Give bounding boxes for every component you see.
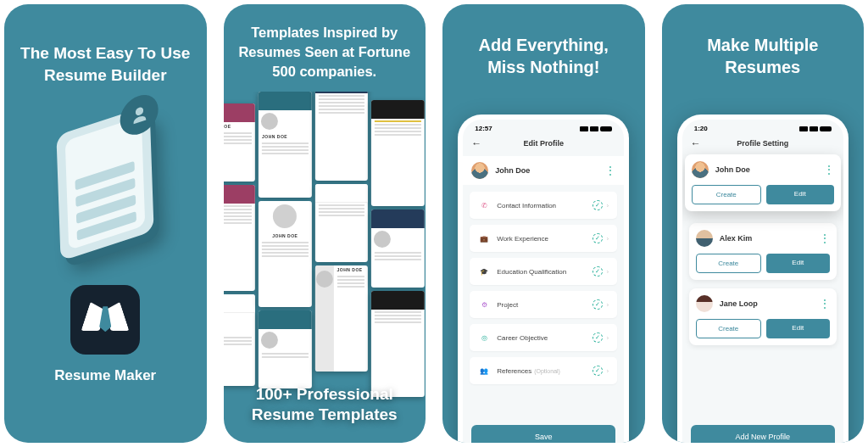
phone-mock-profiles: 1:20 ← Profile Setting John Doe ⋮ Create… bbox=[677, 115, 849, 443]
section-contact[interactable]: ✆Contact Information✓› bbox=[470, 192, 617, 219]
profile-card-active[interactable]: John Doe ⋮ Create Edit bbox=[685, 154, 841, 211]
section-list: ✆Contact Information✓› 💼Work Experience✓… bbox=[463, 192, 624, 420]
wifi-icon bbox=[810, 126, 818, 131]
create-button[interactable]: Create bbox=[696, 319, 761, 338]
check-icon: ✓ bbox=[593, 266, 603, 277]
signal-icon bbox=[580, 126, 588, 131]
edit-button[interactable]: Edit bbox=[766, 185, 834, 204]
wifi-icon bbox=[590, 126, 598, 131]
profile-row[interactable]: John Doe ⋮ bbox=[463, 156, 624, 185]
panel3-headline: Add Everything, Miss Nothing! bbox=[479, 34, 609, 78]
chevron-icon: › bbox=[607, 301, 609, 309]
panel4-headline: Make Multiple Resumes bbox=[707, 34, 818, 78]
app-header: ← Profile Setting bbox=[682, 134, 843, 156]
status-time: 12:57 bbox=[475, 125, 492, 132]
edit-button[interactable]: Edit bbox=[766, 254, 830, 273]
chevron-icon: › bbox=[607, 202, 609, 210]
app-name: Resume Maker bbox=[54, 367, 156, 384]
chevron-icon: › bbox=[607, 235, 609, 243]
phone-illustration bbox=[42, 111, 169, 255]
edit-button[interactable]: Edit bbox=[766, 319, 830, 338]
section-project[interactable]: ⚙Project✓› bbox=[470, 291, 617, 318]
chevron-icon: › bbox=[607, 268, 609, 276]
section-education[interactable]: 🎓Education Qualification✓› bbox=[470, 258, 617, 285]
battery-icon bbox=[820, 126, 832, 131]
promo-panel-4: Make Multiple Resumes 1:20 ← Profile Set… bbox=[662, 4, 865, 443]
check-icon: ✓ bbox=[593, 233, 603, 243]
profile-name: Jane Loop bbox=[720, 299, 820, 308]
panel2-headline: Templates Inspired by Resumes Seen at Fo… bbox=[238, 23, 410, 81]
panel2-footline: 100+ Professional Resume Templates bbox=[224, 384, 426, 426]
check-icon: ✓ bbox=[593, 366, 603, 376]
app-icon bbox=[70, 285, 140, 355]
avatar bbox=[471, 162, 488, 179]
add-profile-button[interactable]: Add New Profile bbox=[691, 425, 835, 443]
status-icons bbox=[799, 126, 832, 131]
status-time: 1:20 bbox=[694, 125, 708, 132]
section-work[interactable]: 💼Work Experience✓› bbox=[470, 225, 617, 252]
section-references[interactable]: 👥References(Optional)✓› bbox=[470, 357, 617, 384]
profile-card[interactable]: Alex Kim ⋮ Create Edit bbox=[689, 223, 837, 280]
check-icon: ✓ bbox=[593, 332, 603, 343]
profile-name: John Doe bbox=[495, 166, 605, 175]
profile-icon bbox=[120, 90, 159, 140]
more-icon[interactable]: ⋮ bbox=[820, 298, 830, 310]
more-icon[interactable]: ⋮ bbox=[820, 232, 830, 244]
promo-panel-1: The Most Easy To Use Resume Builder Resu… bbox=[4, 4, 207, 443]
avatar bbox=[692, 161, 709, 178]
create-button[interactable]: Create bbox=[692, 185, 761, 204]
more-icon[interactable]: ⋮ bbox=[605, 165, 615, 176]
screen-title: Profile Setting bbox=[682, 139, 843, 148]
battery-icon bbox=[600, 126, 612, 131]
chevron-icon: › bbox=[607, 334, 609, 342]
more-icon[interactable]: ⋮ bbox=[824, 164, 834, 176]
profile-name: Alex Kim bbox=[720, 234, 820, 243]
check-icon: ✓ bbox=[593, 200, 603, 210]
section-objective[interactable]: ◎Career Objective✓› bbox=[470, 324, 617, 351]
status-bar: 1:20 bbox=[682, 120, 843, 134]
phone-mock-edit-profile: 12:57 ← Edit Profile John Doe ⋮ ✆Contact… bbox=[458, 115, 629, 443]
create-button[interactable]: Create bbox=[696, 254, 761, 273]
app-header: ← Edit Profile bbox=[463, 134, 624, 156]
avatar bbox=[696, 295, 713, 312]
status-icons bbox=[580, 126, 612, 131]
promo-panel-2: Templates Inspired by Resumes Seen at Fo… bbox=[224, 4, 426, 443]
avatar bbox=[696, 230, 713, 247]
save-button[interactable]: Save bbox=[471, 425, 615, 443]
chevron-icon: › bbox=[607, 367, 609, 375]
signal-icon bbox=[799, 126, 808, 131]
check-icon: ✓ bbox=[593, 299, 603, 310]
profile-name: John Doe bbox=[715, 165, 824, 174]
profile-card[interactable]: Jane Loop ⋮ Create Edit bbox=[689, 288, 837, 345]
promo-panel-3: Add Everything, Miss Nothing! 12:57 ← Ed… bbox=[442, 4, 645, 443]
status-bar: 12:57 bbox=[463, 120, 624, 134]
screen-title: Edit Profile bbox=[463, 139, 624, 148]
panel1-headline: The Most Easy To Use Resume Builder bbox=[20, 42, 190, 86]
